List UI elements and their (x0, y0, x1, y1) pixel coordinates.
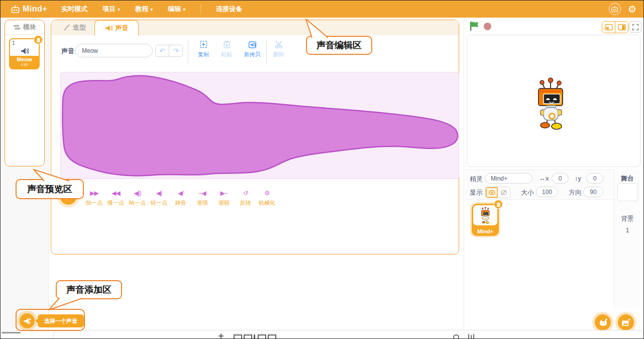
new-copy-button[interactable]: 新拷贝 (239, 40, 265, 58)
blocks-icon (13, 24, 21, 31)
menu-tutorial[interactable]: 教程▾ (135, 5, 153, 14)
size-label: 大小 (521, 188, 534, 197)
menu-realtime-mode[interactable]: 实时模式 (61, 5, 87, 14)
callout-sound-add-area: 声音添加区 (56, 280, 122, 299)
tab-sound[interactable]: 声音 (94, 20, 139, 36)
sound-name-input[interactable] (75, 44, 153, 57)
sound-index: 1 (12, 40, 15, 46)
visible-button[interactable] (486, 187, 498, 198)
speaker-soft-icon: ◀) (148, 189, 170, 198)
clipped-sliders-icon (468, 334, 469, 338)
tab-costume[interactable]: 造型 (54, 20, 94, 35)
stop-icon[interactable] (484, 23, 491, 30)
menu-edit[interactable]: 编辑▾ (168, 5, 185, 14)
robot-avatar-icon[interactable] (609, 3, 621, 15)
direction-input[interactable] (583, 187, 603, 197)
y-label: ↕y (575, 175, 581, 182)
effect-mute[interactable]: ◀/静音 (170, 189, 191, 207)
trash-icon (496, 202, 501, 207)
gear-icon[interactable]: ⚙ (628, 5, 636, 14)
y-position-input[interactable] (586, 173, 603, 184)
stage-controls (470, 21, 491, 31)
effect-louder[interactable]: ◀))响一点 (127, 189, 148, 207)
effect-slower[interactable]: ◀◀慢一点 (105, 189, 127, 207)
scissors-icon (275, 40, 283, 48)
main-menu: 实时模式 项目▾ 教程▾ 编辑▾ 连接设备 (61, 5, 242, 14)
fast-forward-icon: ▶▶ (83, 189, 105, 198)
backdrop-thumbnail[interactable] (617, 183, 638, 201)
bottom-status-bar (53, 330, 644, 339)
sound-editor-panel: 造型 声音 声音 ↶ ↷ 复制 粘贴 新拷贝 (51, 20, 459, 255)
watermark-text (2, 332, 21, 333)
direction-label: 方向 (569, 188, 582, 197)
mindplus-robot-sprite[interactable] (530, 77, 570, 130)
chevron-down-icon: ▾ (150, 7, 153, 12)
sprite-card-mindplus[interactable]: Mind+ (472, 204, 499, 236)
paste-icon (223, 40, 231, 49)
effect-fade-out[interactable]: ▶–渐弱 (213, 189, 235, 207)
editor-tabstrip: 造型 声音 (51, 20, 459, 35)
trash-icon (36, 37, 41, 43)
cat-plus-icon (598, 318, 608, 327)
chevron-down-icon: ▾ (118, 7, 120, 12)
delete-sound-button[interactable] (34, 35, 43, 44)
selection-copy-icon (199, 40, 208, 49)
backdrop-count: 1 (614, 226, 640, 234)
delete-sprite-button[interactable] (494, 200, 503, 209)
x-position-input[interactable] (552, 173, 569, 184)
eye-icon (488, 190, 495, 196)
fullscreen-icon (632, 24, 639, 31)
effect-reverse[interactable]: ↺反转 (235, 189, 256, 207)
speaker-plus-icon (23, 317, 31, 325)
tab-modules[interactable]: 模块 (5, 20, 44, 35)
rewind-icon: ◀◀ (105, 189, 127, 198)
fullscreen-button[interactable] (629, 21, 641, 33)
layout-small-icon (605, 24, 613, 31)
large-stage-button[interactable] (615, 22, 628, 33)
add-sprite-button[interactable] (595, 314, 611, 330)
clipped-sliders-icon (471, 335, 472, 338)
effect-fade-in[interactable]: –◀渐强 (191, 189, 213, 207)
stage-canvas[interactable] (467, 35, 640, 167)
paste-button[interactable]: 粘贴 (215, 40, 238, 58)
sound-card-label: Meow 0.85 (10, 56, 39, 68)
x-label: ↔x (539, 175, 549, 182)
clipped-glyph (234, 334, 242, 339)
robot-icon (11, 5, 20, 14)
sprite-name-input[interactable] (485, 173, 532, 184)
sound-effects-toolbar: ▶▶快一点 ◀◀慢一点 ◀))响一点 ◀)轻一点 ◀/静音 –◀渐强 ▶–渐弱 … (83, 189, 278, 207)
sprite-properties-panel: 精灵 ↔x ↕y 显示 大小 方向 (465, 170, 614, 200)
redo-button[interactable]: ↷ (169, 45, 182, 56)
effect-softer[interactable]: ◀)轻一点 (148, 189, 170, 207)
small-stage-button[interactable] (602, 22, 615, 33)
delete-selection-button[interactable]: 删除 (267, 40, 290, 58)
clipped-glyph (258, 334, 266, 339)
green-flag-icon[interactable] (470, 21, 479, 31)
add-backdrop-button[interactable] (618, 314, 634, 330)
clipped-device-icon (453, 334, 459, 339)
effect-robot-voice[interactable]: ⚙机械化 (256, 189, 278, 207)
effect-faster[interactable]: ▶▶快一点 (83, 189, 105, 207)
connect-device-button[interactable]: 连接设备 (216, 5, 242, 14)
stage-backdrop-panel[interactable]: 舞台 背景 1 (614, 170, 640, 308)
hidden-button[interactable] (498, 187, 510, 198)
menu-project[interactable]: 项目▾ (102, 5, 120, 14)
topbar-right: ⚙ (609, 3, 636, 15)
add-sound-button[interactable] (20, 313, 35, 328)
sound-name-label: 声音 (61, 47, 74, 56)
sound-duration: 0.85 (10, 63, 39, 67)
mindplus-logo[interactable]: Mind+ (11, 5, 47, 14)
waveform-display[interactable] (60, 72, 459, 179)
clipped-sliders-icon (473, 334, 474, 338)
sound-list-item-meow[interactable]: 1 Meow 0.85 (9, 38, 40, 69)
sound-preview-panel: 模块 1 Meow 0.85 (5, 20, 45, 166)
sprite-label: 精灵 (470, 175, 483, 184)
callout-pointer (41, 298, 91, 313)
undo-button[interactable]: ↶ (156, 45, 169, 56)
mindplus-robot-thumb (479, 207, 492, 224)
brush-icon (63, 24, 70, 31)
copy-button[interactable]: 复制 (192, 40, 215, 58)
callout-pointer (26, 166, 76, 182)
size-input[interactable] (536, 187, 558, 197)
stage-size-toggle (602, 21, 628, 33)
